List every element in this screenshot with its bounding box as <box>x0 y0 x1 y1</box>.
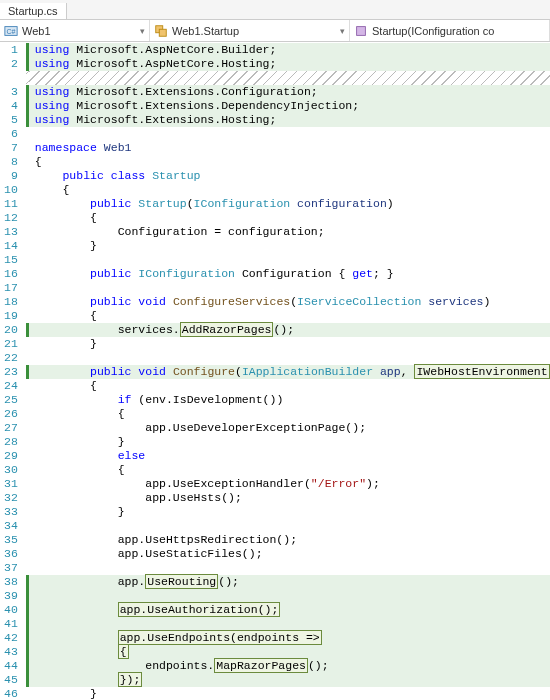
line-number: 36 <box>4 547 18 561</box>
line-number: 17 <box>4 281 18 295</box>
class-icon <box>154 24 168 38</box>
code-line[interactable] <box>26 519 550 533</box>
code-line[interactable]: app.UseExceptionHandler("/Error"); <box>26 477 550 491</box>
chevron-down-icon: ▾ <box>340 26 345 36</box>
line-number: 5 <box>4 113 18 127</box>
code-line[interactable]: services.AddRazorPages(); <box>26 323 550 337</box>
member-dropdown[interactable]: Startup(IConfiguration co <box>350 20 550 41</box>
code-line[interactable]: { <box>26 155 550 169</box>
line-number: 31 <box>4 477 18 491</box>
code-line[interactable]: { <box>26 211 550 225</box>
line-number: 34 <box>4 519 18 533</box>
line-number: 28 <box>4 435 18 449</box>
code-line[interactable] <box>26 351 550 365</box>
line-number: 37 <box>4 561 18 575</box>
line-number: 14 <box>4 239 18 253</box>
code-line[interactable]: { <box>26 407 550 421</box>
code-line[interactable]: Configuration = configuration; <box>26 225 550 239</box>
code-line[interactable]: public IConfiguration Configuration { ge… <box>26 267 550 281</box>
line-number: 45 <box>4 673 18 687</box>
svg-text:C#: C# <box>7 27 16 34</box>
line-number: 20 <box>4 323 18 337</box>
line-number: 10 <box>4 183 18 197</box>
code-line[interactable]: using Microsoft.AspNetCore.Builder; <box>26 43 550 57</box>
code-line[interactable]: public class Startup <box>26 169 550 183</box>
code-editor[interactable]: 1234567891011121314151617181920212223242… <box>0 42 550 700</box>
code-line[interactable]: using Microsoft.AspNetCore.Hosting; <box>26 57 550 71</box>
code-line[interactable]: } <box>26 239 550 253</box>
navigation-bar: C# Web1 ▾ Web1.Startup ▾ Startup(IConfig… <box>0 20 550 42</box>
code-line[interactable]: { <box>26 309 550 323</box>
chevron-down-icon: ▾ <box>140 26 145 36</box>
line-number: 42 <box>4 631 18 645</box>
code-line[interactable]: { <box>26 183 550 197</box>
line-number: 15 <box>4 253 18 267</box>
class-dropdown[interactable]: Web1.Startup ▾ <box>150 20 350 41</box>
line-number: 30 <box>4 463 18 477</box>
line-number: 27 <box>4 421 18 435</box>
file-tab[interactable]: Startup.cs <box>0 3 67 19</box>
code-line[interactable]: if (env.IsDevelopment()) <box>26 393 550 407</box>
code-line[interactable]: public void ConfigureServices(IServiceCo… <box>26 295 550 309</box>
code-line[interactable]: } <box>26 337 550 351</box>
code-line[interactable] <box>26 589 550 603</box>
code-area[interactable]: using Microsoft.AspNetCore.Builder;using… <box>26 42 550 700</box>
project-dropdown[interactable]: C# Web1 ▾ <box>0 20 150 41</box>
code-line[interactable]: { <box>26 379 550 393</box>
code-line[interactable]: public Startup(IConfiguration configurat… <box>26 197 550 211</box>
line-number: 11 <box>4 197 18 211</box>
line-number: 9 <box>4 169 18 183</box>
code-line[interactable]: app.UseRouting(); <box>26 575 550 589</box>
svg-rect-3 <box>159 29 166 36</box>
line-number: 22 <box>4 351 18 365</box>
code-line[interactable]: public void Configure(IApplicationBuilde… <box>26 365 550 379</box>
line-number: 43 <box>4 645 18 659</box>
line-number: 7 <box>4 141 18 155</box>
file-tab-label: Startup.cs <box>8 5 58 17</box>
code-line[interactable]: using Microsoft.Extensions.DependencyInj… <box>26 99 550 113</box>
line-number: 35 <box>4 533 18 547</box>
line-number: 8 <box>4 155 18 169</box>
code-line[interactable]: app.UseEndpoints(endpoints => <box>26 631 550 645</box>
line-number: 23 <box>4 365 18 379</box>
project-label: Web1 <box>22 25 51 37</box>
line-number: 26 <box>4 407 18 421</box>
csharp-icon: C# <box>4 24 18 38</box>
line-number: 40 <box>4 603 18 617</box>
code-line[interactable]: app.UseHsts(); <box>26 491 550 505</box>
svg-rect-4 <box>357 26 366 35</box>
code-line[interactable] <box>26 253 550 267</box>
code-line[interactable]: namespace Web1 <box>26 141 550 155</box>
line-number: 16 <box>4 267 18 281</box>
code-line[interactable]: { <box>26 463 550 477</box>
line-number: 4 <box>4 99 18 113</box>
line-number: 21 <box>4 337 18 351</box>
code-line[interactable]: app.UseStaticFiles(); <box>26 547 550 561</box>
code-line[interactable] <box>26 281 550 295</box>
code-line[interactable]: } <box>26 505 550 519</box>
code-line[interactable] <box>26 71 550 85</box>
code-line[interactable]: } <box>26 435 550 449</box>
code-line[interactable] <box>26 617 550 631</box>
code-line[interactable]: using Microsoft.Extensions.Configuration… <box>26 85 550 99</box>
class-label: Web1.Startup <box>172 25 239 37</box>
line-number: 3 <box>4 85 18 99</box>
line-number: 6 <box>4 127 18 141</box>
code-line[interactable]: using Microsoft.Extensions.Hosting; <box>26 113 550 127</box>
code-line[interactable]: app.UseHttpsRedirection(); <box>26 533 550 547</box>
code-line[interactable]: app.UseDeveloperExceptionPage(); <box>26 421 550 435</box>
code-line[interactable] <box>26 561 550 575</box>
code-line[interactable]: app.UseAuthorization(); <box>26 603 550 617</box>
member-label: Startup(IConfiguration co <box>372 25 494 37</box>
line-number: 25 <box>4 393 18 407</box>
code-line[interactable]: endpoints.MapRazorPages(); <box>26 659 550 673</box>
code-line[interactable]: { <box>26 645 550 659</box>
code-line[interactable]: else <box>26 449 550 463</box>
code-line[interactable]: } <box>26 687 550 700</box>
line-number: 41 <box>4 617 18 631</box>
code-line[interactable]: }); <box>26 673 550 687</box>
line-number: 39 <box>4 589 18 603</box>
line-number: 38 <box>4 575 18 589</box>
line-number: 18 <box>4 295 18 309</box>
code-line[interactable] <box>26 127 550 141</box>
